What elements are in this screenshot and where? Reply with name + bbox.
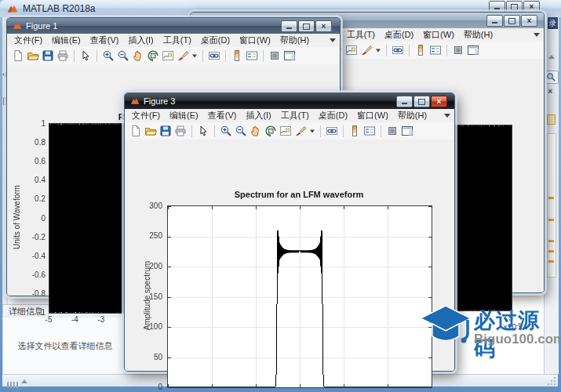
dropdown-icon[interactable] bbox=[309, 125, 315, 137]
menu-item-文件(F)[interactable]: 文件(F) bbox=[127, 109, 165, 122]
menu-item-工具(T)[interactable]: 工具(T) bbox=[342, 28, 380, 42]
warning-marker[interactable] bbox=[548, 197, 554, 199]
scroll-up-icon[interactable] bbox=[548, 55, 555, 59]
menu-item-工具(T)[interactable]: 工具(T) bbox=[276, 109, 314, 122]
link-plot-icon[interactable] bbox=[392, 44, 404, 56]
data-cursor-icon[interactable] bbox=[162, 49, 174, 62]
show-plot-tools-icon[interactable] bbox=[283, 49, 296, 62]
insert-legend-icon[interactable] bbox=[246, 49, 258, 62]
menu-item-工具(T)[interactable]: 工具(T) bbox=[158, 34, 196, 47]
show-plot-tools-icon[interactable] bbox=[401, 125, 413, 137]
status-grip[interactable] bbox=[7, 377, 20, 391]
note-icon[interactable] bbox=[547, 114, 556, 125]
menu-overflow-icon[interactable] bbox=[444, 114, 450, 118]
menu-item-桌面(D)[interactable]: 桌面(D) bbox=[380, 28, 418, 42]
link-plot-icon[interactable] bbox=[326, 125, 338, 137]
insert-legend-icon[interactable] bbox=[429, 44, 442, 56]
toolbar-separator bbox=[381, 125, 381, 137]
hide-plot-tools-icon[interactable] bbox=[386, 125, 399, 137]
toolbar-separator bbox=[74, 50, 75, 62]
figure3-titlebar[interactable]: Figure 3 × bbox=[125, 93, 454, 109]
menu-overflow-icon[interactable] bbox=[534, 33, 540, 37]
brush-icon[interactable] bbox=[177, 49, 189, 62]
menu-overflow-icon[interactable] bbox=[330, 38, 336, 42]
minimize-button[interactable] bbox=[489, 1, 505, 13]
new-file-icon[interactable] bbox=[12, 49, 24, 62]
open-file-icon[interactable] bbox=[144, 125, 157, 137]
warning-marker[interactable] bbox=[548, 240, 554, 242]
warning-marker[interactable] bbox=[548, 219, 554, 221]
hide-plot-tools-icon[interactable] bbox=[452, 44, 464, 56]
zoom-in-icon[interactable] bbox=[220, 125, 232, 137]
zoom-in-icon[interactable] bbox=[102, 49, 115, 62]
menu-item-查看(V)[interactable]: 查看(V) bbox=[86, 34, 124, 47]
maximize-button[interactable] bbox=[298, 20, 315, 32]
show-plot-tools-icon[interactable] bbox=[467, 44, 479, 56]
insert-colorbar-icon[interactable] bbox=[231, 49, 243, 62]
warning-marker[interactable] bbox=[548, 250, 554, 252]
zoom-out-icon[interactable] bbox=[235, 125, 247, 137]
minimize-button[interactable] bbox=[396, 96, 413, 107]
menu-item-窗口(W)[interactable]: 窗口(W) bbox=[418, 28, 459, 42]
new-file-icon[interactable] bbox=[129, 125, 142, 137]
brush-icon[interactable] bbox=[360, 44, 373, 56]
menu-item-编辑(E)[interactable]: 编辑(E) bbox=[165, 109, 203, 122]
zoom-out-icon[interactable] bbox=[117, 49, 129, 62]
insert-colorbar-icon[interactable] bbox=[414, 44, 427, 56]
menu-item-帮助(H)[interactable]: 帮助(H) bbox=[459, 28, 497, 42]
close-button[interactable]: × bbox=[431, 96, 447, 107]
menu-item-插入(I)[interactable]: 插入(I) bbox=[123, 34, 158, 47]
link-plot-icon[interactable] bbox=[208, 49, 220, 62]
save-icon[interactable] bbox=[42, 49, 54, 62]
pan-icon[interactable] bbox=[250, 125, 262, 137]
maximize-button[interactable] bbox=[506, 1, 523, 13]
tick-label: -5 bbox=[46, 315, 53, 324]
figure1-titlebar[interactable]: Figure 1 × bbox=[7, 18, 340, 34]
warning-marker[interactable] bbox=[548, 260, 554, 263]
data-cursor-icon[interactable] bbox=[279, 125, 292, 137]
brush-icon[interactable] bbox=[294, 125, 307, 137]
close-panel-icon[interactable]: × bbox=[548, 86, 552, 96]
status-up-icon[interactable] bbox=[21, 379, 27, 383]
edit-plot-icon[interactable] bbox=[197, 125, 209, 137]
dropdown-icon[interactable] bbox=[375, 44, 381, 56]
minimize-button[interactable] bbox=[281, 20, 297, 32]
marker-strip[interactable] bbox=[547, 133, 556, 278]
figure1-window-controls: × bbox=[280, 20, 332, 32]
menu-item-查看(V)[interactable]: 查看(V) bbox=[203, 109, 242, 122]
figure3-plot-canvas[interactable] bbox=[168, 206, 432, 387]
menu-item-桌面(D)[interactable]: 桌面(D) bbox=[314, 109, 352, 122]
dropdown-icon[interactable] bbox=[191, 49, 198, 62]
close-button[interactable]: × bbox=[523, 1, 540, 13]
menu-item-编辑(E)[interactable]: 编辑(E) bbox=[47, 34, 86, 47]
menu-item-帮助(H)[interactable]: 帮助(H) bbox=[275, 34, 314, 47]
close-button[interactable]: × bbox=[315, 20, 332, 32]
figure3-axes[interactable] bbox=[167, 205, 432, 388]
open-file-icon[interactable] bbox=[27, 49, 39, 62]
resize-grip-icon[interactable] bbox=[547, 376, 556, 386]
menu-item-窗口(W)[interactable]: 窗口(W) bbox=[352, 109, 393, 122]
maximize-button[interactable] bbox=[413, 96, 430, 107]
insert-colorbar-icon[interactable] bbox=[348, 125, 361, 137]
edit-plot-icon[interactable] bbox=[79, 49, 92, 62]
print-icon[interactable] bbox=[56, 49, 69, 62]
tick-label: 0 bbox=[136, 383, 162, 391]
menu-item-帮助(H)[interactable]: 帮助(H) bbox=[393, 109, 432, 122]
tick-label: -0.2 bbox=[24, 232, 46, 241]
minimize-button[interactable] bbox=[486, 15, 503, 27]
search-button[interactable] bbox=[545, 71, 559, 84]
save-icon[interactable] bbox=[159, 125, 172, 137]
menu-item-窗口(W)[interactable]: 窗口(W) bbox=[235, 34, 275, 47]
menu-item-插入(I)[interactable]: 插入(I) bbox=[241, 109, 275, 122]
hide-plot-tools-icon[interactable] bbox=[268, 49, 281, 62]
data-cursor-icon[interactable] bbox=[345, 44, 358, 56]
print-icon[interactable] bbox=[174, 125, 187, 137]
menu-item-桌面(D)[interactable]: 桌面(D) bbox=[196, 34, 235, 47]
rotate-3d-icon[interactable] bbox=[147, 49, 159, 62]
close-button[interactable]: × bbox=[521, 15, 537, 27]
pan-icon[interactable] bbox=[132, 49, 144, 62]
rotate-3d-icon[interactable] bbox=[264, 125, 277, 137]
menu-item-文件(F)[interactable]: 文件(F) bbox=[9, 34, 47, 47]
maximize-button[interactable] bbox=[504, 15, 520, 27]
insert-legend-icon[interactable] bbox=[363, 125, 376, 137]
